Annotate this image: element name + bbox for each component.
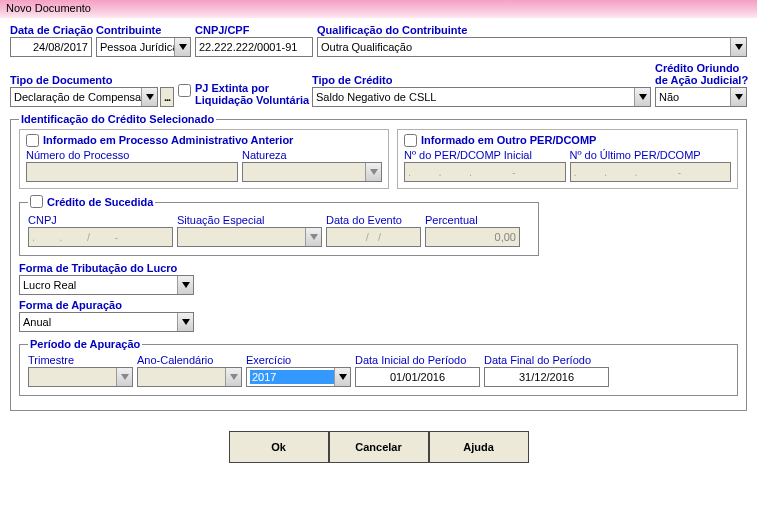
chevron-down-icon — [141, 88, 157, 106]
box-outro-perdcomp: Informado em Outro PER/DCOMP Nº do PER/D… — [397, 129, 738, 189]
input-data-evento — [326, 227, 421, 247]
chevron-down-icon — [177, 276, 193, 294]
group-identificacao: Identificação do Crédito Selecionado Inf… — [10, 113, 747, 411]
input-data-inicial[interactable] — [355, 367, 480, 387]
select-contribuinte[interactable]: Pessoa Jurídica — [96, 37, 191, 57]
check-pj-extinta[interactable] — [178, 84, 191, 97]
label-proc-admin: Informado em Processo Administrativo Ant… — [43, 134, 293, 146]
label-situacao: Situação Especial — [177, 214, 322, 226]
row-doc-type: Tipo de Documento Declaração de Compensa… — [10, 63, 747, 107]
legend-identificacao: Identificação do Crédito Selecionado — [19, 113, 216, 125]
legend-periodo: Período de Apuração — [28, 338, 142, 350]
input-cnpj-cpf[interactable] — [195, 37, 313, 57]
label-contribuinte: Contribuinte — [96, 24, 191, 36]
legend-sucedida: Crédito de Sucedida — [28, 195, 155, 210]
select-tipo-doc[interactable]: Declaração de Compensa — [10, 87, 158, 107]
label-forma-apur: Forma de Apuração — [19, 299, 194, 311]
check-sucedida[interactable] — [30, 195, 43, 208]
label-qualificacao: Qualificação do Contribuinte — [317, 24, 747, 36]
select-credito-judicial[interactable]: Não — [655, 87, 747, 107]
label-cnpj-cpf: CNPJ/CPF — [195, 24, 313, 36]
check-outro-perdcomp[interactable] — [404, 134, 417, 147]
check-proc-admin[interactable] — [26, 134, 39, 147]
label-num-processo: Número do Processo — [26, 149, 238, 161]
select-situacao — [177, 227, 322, 247]
chevron-down-icon — [225, 368, 241, 386]
chevron-down-icon — [334, 368, 350, 386]
select-ano — [137, 367, 242, 387]
ok-button[interactable]: Ok — [229, 431, 329, 463]
button-bar: Ok Cancelar Ajuda — [10, 431, 747, 463]
label-forma-trib: Forma de Tributação do Lucro — [19, 262, 194, 274]
label-perdcomp-inicial: Nº do PER/DCOMP Inicial — [404, 149, 566, 161]
input-data-criacao[interactable] — [10, 37, 92, 57]
label-data-criacao: Data de Criação — [10, 24, 92, 36]
cancel-button[interactable]: Cancelar — [329, 431, 429, 463]
label-data-final: Data Final do Período — [484, 354, 609, 366]
chevron-down-icon — [634, 88, 650, 106]
chevron-down-icon — [730, 38, 746, 56]
options-button[interactable]: ... — [160, 87, 174, 107]
group-periodo: Período de Apuração Trimestre Ano-Calend… — [19, 338, 738, 396]
label-exercicio: Exercício — [246, 354, 351, 366]
form-content: Data de Criação Contribuinte Pessoa Jurí… — [0, 18, 757, 469]
label-percentual: Percentual — [425, 214, 520, 226]
select-forma-trib[interactable]: Lucro Real — [19, 275, 194, 295]
label-data-evento: Data do Evento — [326, 214, 421, 226]
box-proc-admin: Informado em Processo Administrativo Ant… — [19, 129, 389, 189]
label-ano: Ano-Calendário — [137, 354, 242, 366]
select-natureza — [242, 162, 382, 182]
chevron-down-icon — [730, 88, 746, 106]
chevron-down-icon — [174, 38, 190, 56]
select-qualificacao[interactable]: Outra Qualificação — [317, 37, 747, 57]
chevron-down-icon — [365, 163, 381, 181]
row-basic: Data de Criação Contribuinte Pessoa Jurí… — [10, 24, 747, 57]
title-bar: Novo Documento — [0, 0, 757, 18]
select-exercicio[interactable]: 2017 — [246, 367, 351, 387]
chevron-down-icon — [177, 313, 193, 331]
label-outro-perdcomp: Informado em Outro PER/DCOMP — [421, 134, 596, 146]
label-sucedida-cnpj: CNPJ — [28, 214, 173, 226]
input-num-processo — [26, 162, 238, 182]
label-natureza: Natureza — [242, 149, 382, 161]
input-perdcomp-inicial — [404, 162, 566, 182]
label-credito-judicial: Crédito Oriundo de Ação Judicial? — [655, 63, 747, 86]
row-informado: Informado em Processo Administrativo Ant… — [19, 129, 738, 189]
help-button[interactable]: Ajuda — [429, 431, 529, 463]
select-trimestre — [28, 367, 133, 387]
input-percentual — [425, 227, 520, 247]
chevron-down-icon — [116, 368, 132, 386]
label-perdcomp-ultimo: Nº do Último PER/DCOMP — [570, 149, 732, 161]
label-trimestre: Trimestre — [28, 354, 133, 366]
chevron-down-icon — [305, 228, 321, 246]
window-title: Novo Documento — [6, 2, 91, 14]
label-data-inicial: Data Inicial do Período — [355, 354, 480, 366]
dots-icon: ... — [164, 91, 170, 103]
input-perdcomp-ultimo — [570, 162, 732, 182]
input-data-final[interactable] — [484, 367, 609, 387]
input-sucedida-cnpj — [28, 227, 173, 247]
label-tipo-doc: Tipo de Documento — [10, 74, 174, 86]
label-pj-extinta: PJ Extinta por Liquidação Voluntária — [195, 83, 309, 106]
select-forma-apur[interactable]: Anual — [19, 312, 194, 332]
select-tipo-credito[interactable]: Saldo Negativo de CSLL — [312, 87, 651, 107]
group-sucedida: Crédito de Sucedida CNPJ Situação Especi… — [19, 195, 539, 256]
label-tipo-credito: Tipo de Crédito — [312, 74, 651, 86]
